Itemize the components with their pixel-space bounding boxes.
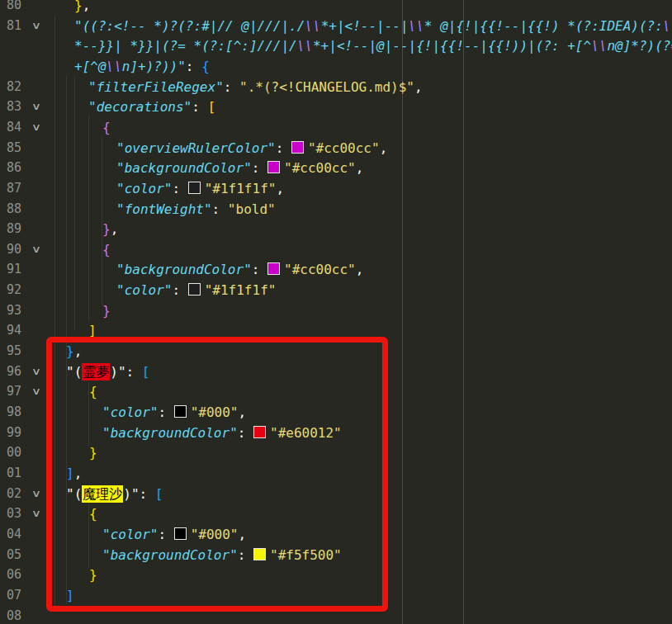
code-line[interactable]: 04"color": "#000", [0,524,672,545]
code-text: }, [53,0,90,16]
line-number: 86 [0,158,21,178]
code-line[interactable]: 84∨{ [0,117,672,138]
code-token: , [356,262,364,277]
code-line[interactable]: 05"backgroundColor": "#f5f500" [0,545,672,565]
code-line[interactable]: 81∨"((?:<!-- *)?(?:#|// @|///|./\\*+|<!-… [0,16,672,36]
fold-chevron-icon[interactable]: ∨ [24,239,49,260]
code-token: "backgroundColor" [116,160,252,176]
fold-chevron-icon[interactable]: ∨ [24,503,49,524]
line-number: 07 [0,585,21,606]
code-line[interactable]: 03∨{ [0,503,672,524]
code-token: , [356,160,364,176]
code-token: : [158,527,173,542]
line-number: 05 [0,545,21,565]
code-token: ] [66,588,74,603]
code-line[interactable]: *--}}| *}}|(?= *(?:[^:]///|/\\*+|<!--|@|… [0,35,672,56]
code-text: "decorations": [ [53,97,215,117]
color-swatch[interactable] [253,426,266,438]
code-token: } [102,303,111,319]
code-text: "overviewRulerColor": "#cc00cc", [53,138,387,158]
code-text: } [53,300,111,321]
code-line[interactable]: 90∨{ [0,239,672,260]
line-number: 89 [0,219,21,239]
fold-chevron-icon[interactable]: ∨ [24,97,49,117]
code-token: : [238,547,253,563]
line-number: 85 [0,138,21,158]
line-number: 02 [0,484,21,504]
code-token: +[^@ [74,59,106,74]
code-text: }, [53,341,82,362]
code-token: "#e60012" [270,425,342,441]
code-line[interactable]: 83∨"decorations": [ [0,97,672,117]
code-token: : [276,140,291,156]
code-line[interactable]: 07] [0,585,672,606]
code-token: "#000" [191,404,239,420]
line-number: 00 [0,442,21,463]
code-token: , [414,79,423,95]
code-token: )" [123,486,139,502]
code-token: [ [208,99,216,115]
code-line[interactable]: 06} [0,565,672,585]
code-token: "decorations" [88,99,192,115]
code-line[interactable]: 08 [0,606,672,624]
code-token: : [252,262,267,277]
code-text: ] [53,585,74,606]
code-line[interactable]: 89}, [0,219,672,239]
code-token: : [158,404,173,420]
fold-chevron-icon[interactable]: ∨ [24,362,49,382]
code-line[interactable]: 00} [0,442,672,463]
color-swatch[interactable] [188,283,201,295]
code-line[interactable]: 93} [0,300,672,321]
color-swatch[interactable] [267,161,280,173]
code-token: 霊夢 [82,363,110,381]
code-token: * @|{!|{{!--|{{!) *(?:IDEA)(?: [424,18,663,34]
code-line[interactable]: 94] [0,320,672,341]
code-token: n@]*?)(?= * [607,38,672,54]
fold-chevron-icon[interactable]: ∨ [24,381,49,402]
color-swatch[interactable] [174,527,187,540]
fold-chevron-icon[interactable]: ∨ [24,16,49,36]
line-number: 97 [0,381,21,402]
code-line[interactable]: 87"color": "#1f1f1f", [0,178,672,199]
code-token: ".*(?<!CHANGELOG.md)$" [239,79,414,95]
code-line[interactable]: 97∨{ [0,381,672,402]
code-line[interactable]: 01], [0,463,672,484]
color-swatch[interactable] [188,182,201,194]
fold-chevron-icon[interactable]: ∨ [24,117,49,138]
code-token: [ [142,364,150,380]
code-line[interactable]: 82"filterFileRegex": ".*(?<!CHANGELOG.md… [0,77,672,97]
code-text: +[^@\\n]+)?))": { [53,56,210,77]
code-token: "( [66,486,82,502]
code-token: : [212,201,228,217]
color-swatch[interactable] [174,405,187,418]
code-line[interactable]: 86"backgroundColor": "#cc00cc", [0,158,672,178]
code-line[interactable]: 95}, [0,341,672,362]
color-swatch[interactable] [291,141,304,154]
code-line[interactable]: 92"color": "#1f1f1f" [0,280,672,300]
line-number: 87 [0,178,21,199]
code-line[interactable]: 99"backgroundColor": "#e60012" [0,423,672,443]
code-line[interactable]: 96∨"(霊夢)": [ [0,362,672,382]
code-token: , [239,404,247,420]
code-token: "#1f1f1f" [205,181,277,196]
line-number: 08 [0,606,21,624]
code-line[interactable]: +[^@\\n]+)?))": { [0,56,672,77]
code-token: *+|<!--|--| [321,18,409,34]
line-number: 82 [0,77,21,97]
code-text: { [53,239,111,260]
code-token: : [192,99,207,115]
code-token: { [89,506,97,522]
code-editor[interactable]: 80},81∨"((?:<!-- *)?(?:#|// @|///|./\\*+… [0,0,672,624]
code-token: \\ [663,18,672,34]
code-line[interactable]: 02∨"(魔理沙)": [ [0,484,672,504]
code-line[interactable]: 85"overviewRulerColor": "#cc00cc", [0,138,672,158]
code-token: "bold" [228,201,276,217]
code-token: } [74,0,83,13]
fold-chevron-icon[interactable]: ∨ [24,484,49,504]
color-swatch[interactable] [267,262,280,275]
code-line[interactable]: 80}, [0,0,672,16]
code-line[interactable]: 88"fontWeight": "bold" [0,199,672,220]
color-swatch[interactable] [253,548,266,560]
code-line[interactable]: 91"backgroundColor": "#cc00cc", [0,259,672,280]
code-line[interactable]: 98"color": "#000", [0,402,672,423]
